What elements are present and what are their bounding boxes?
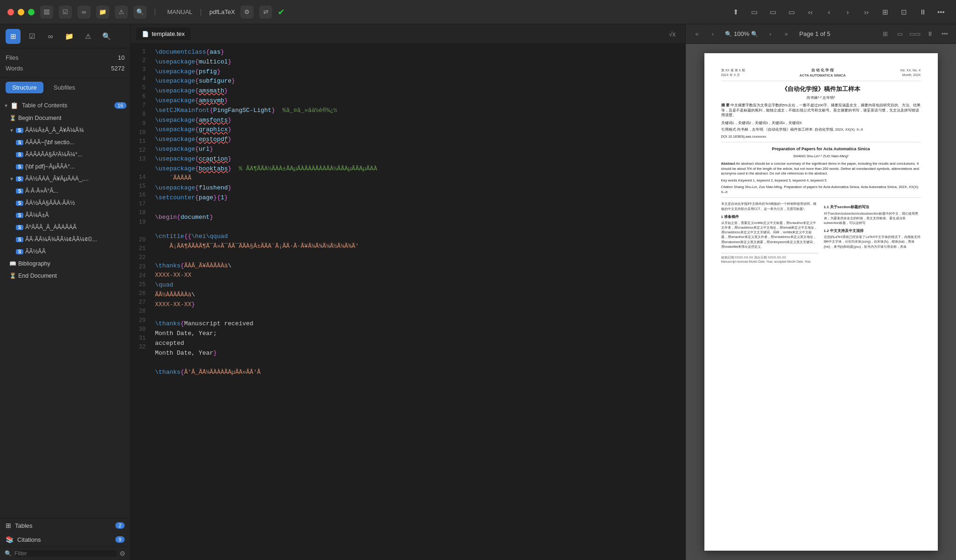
code-line	[155, 358, 680, 368]
editor-area: 📄 template.tex √x 12345678910 1112131415…	[131, 24, 685, 560]
compile-success-icon: ✔	[278, 7, 285, 17]
expand-icon: ▼	[9, 128, 14, 133]
code-content[interactable]: \documentclass{aas} \usepackage{multicol…	[149, 44, 685, 560]
pause-button[interactable]: ⏸	[915, 5, 930, 20]
grid-view-button[interactable]: ⊞	[879, 28, 892, 41]
sidebar-item-sub-2-1[interactable]: S Â·Â·Â»Â°Ã...	[0, 185, 130, 197]
layout-btn-1[interactable]: ▭	[747, 5, 762, 20]
tab-template-tex[interactable]: 📄 template.tex	[136, 28, 190, 40]
nav-back-button[interactable]: ‹‹	[803, 5, 818, 20]
warning-icon[interactable]: ⚠	[80, 29, 95, 44]
pause-btn[interactable]: ⏸	[923, 28, 936, 41]
code-line: \usepackage{amsfonts}	[155, 116, 680, 126]
code-line: \thanks{ÃÀÃ_Ã¥ÃÀÃÀÀà\	[155, 261, 680, 271]
code-line: \usepackage{psfig}	[155, 67, 680, 77]
nav-fwd-button[interactable]: ››	[859, 5, 874, 20]
pdf-preview[interactable]: 第 XX 卷 第 X 期 202X 年 X 月 自 动 化 学 报 ACTA A…	[686, 44, 956, 560]
sidebar-item-section-2[interactable]: ▼ S ÃÄ½ÃÀÀ_Ã¥ÂµÃÀÀ_,...	[0, 173, 130, 185]
sync-button[interactable]: ⇄	[259, 6, 272, 19]
sidebar-item-end-document[interactable]: ⏳ End Document	[0, 270, 130, 282]
citations-label: Citations	[17, 536, 41, 543]
titlebar: ☑ ∞ 📁 ⚠ 🔍 | MANUAL | pdfLaTeX ⚙ ⇄ ✔ ⬆ ▭ …	[0, 0, 956, 24]
next-button[interactable]: ›	[764, 28, 777, 41]
grid-button[interactable]: ⊞	[878, 5, 893, 20]
toc-label: Table of Contents	[22, 102, 67, 109]
sidebar-item-sub-2-3[interactable]: S ÃÃ¼Â±Ã	[0, 209, 130, 221]
tab-structure[interactable]: Structure	[6, 82, 43, 93]
settings-button[interactable]: ⚙	[240, 6, 253, 19]
sidebar-item-subsection-1[interactable]: S ÀÃÀÃ~{\bf sectio...	[0, 136, 130, 148]
sidebar-item-sub-2-4[interactable]: S ÂºÂÃÂ_Â_ÀÃÀÃÀÃ	[0, 221, 130, 233]
tables-label: Tables	[15, 522, 33, 529]
formula-button[interactable]: √x	[665, 27, 680, 42]
sidebar-item-section-1[interactable]: ▼ S ÃÄ¼Â±Â_Â_Ã¥Â¼Ã¾	[0, 124, 130, 136]
layout-btn-3[interactable]: ▭	[784, 5, 799, 20]
tables-badge: 2	[115, 522, 125, 529]
checkbox-icon[interactable]: ☑	[24, 29, 39, 44]
sidebar-citations[interactable]: 📚 Citations 9	[0, 532, 130, 546]
code-line: ´ÃÀÃÀÃ	[155, 174, 680, 183]
code-line	[155, 310, 680, 320]
nav-next-button[interactable]: ›	[840, 5, 855, 20]
structure-icon[interactable]: ⊞	[6, 29, 21, 44]
two-page-button[interactable]: ▭▭	[908, 28, 921, 41]
warning-button[interactable]: ⚠	[115, 6, 128, 19]
pdf-page: 第 XX 卷 第 X 期 202X 年 X 月 自 动 化 学 报 ACTA A…	[704, 53, 938, 551]
sidebar-item-sub-2-5[interactable]: S ÃÃ·ÃÃ¼Â¾ÃÃ¼¢ÃÃ¼¢©...	[0, 233, 130, 245]
checkbox-button[interactable]: ☑	[59, 6, 72, 19]
sidebar-tables[interactable]: ⊞ Tables 2	[0, 518, 130, 532]
section-2-label: ÃÄ½ÃÀÀ_Ã¥ÂµÃÀÀ_,...	[25, 175, 127, 182]
sidebar-item-bibliography[interactable]: 📖 Bibliography	[0, 258, 130, 270]
s-badge-6: S	[16, 189, 23, 194]
sidebar-item-sub-2-6[interactable]: S ÃÃ½ÂÂ	[0, 245, 130, 258]
code-line: \setCJKmainfont{PingFangSC-Light} %ã_¤ã_…	[155, 106, 680, 116]
filter-settings-icon[interactable]: ⚙	[120, 550, 126, 557]
prev-button[interactable]: ‹	[706, 28, 719, 41]
search-button[interactable]: 🔍	[134, 6, 147, 19]
code-line: \thanks{Manuscript received	[155, 319, 680, 329]
view-split-button[interactable]: ⊡	[896, 5, 911, 20]
toc-badge: 16	[114, 102, 127, 109]
loop-icon[interactable]: ∞	[43, 29, 58, 44]
filter-input[interactable]	[14, 550, 117, 557]
folder-icon[interactable]: 📁	[62, 29, 77, 44]
close-button[interactable]	[7, 9, 14, 15]
hourglass-icon-2: ⏳	[9, 273, 16, 279]
maximize-button[interactable]	[28, 9, 35, 15]
sidebar-item-sub-2-2[interactable]: S ÃÄ½ÃÀ§ÃÂÀ·ÃÄ½	[0, 197, 130, 209]
pdf-header-center: 自 动 化 学 报 ACTA AUTOMATICA SINICA	[800, 68, 846, 78]
sidebar-item-subsection-2[interactable]: S ÃÀÃÀÃÀ§Â²Â¼Ã¼°...	[0, 148, 130, 161]
folder-button[interactable]: 📁	[96, 6, 109, 19]
infinity-button[interactable]: ∞	[77, 6, 91, 19]
single-page-button[interactable]: ▭	[893, 28, 907, 41]
svg-rect-0	[44, 10, 49, 11]
sidebar-toggle-button[interactable]	[40, 6, 53, 19]
search-icon[interactable]: 🔍	[99, 29, 114, 44]
code-line: \usepackage{amsmath}	[155, 86, 680, 96]
abstract-text-zh: 中文摘要字数应为文章总字数的5%左右，一般不超过200字。摘要应涵盖全文，摘要内…	[721, 103, 921, 117]
toc-section[interactable]: ▼ 📋 Table of Contents 16	[0, 99, 130, 112]
sidebar-item-subsection-3[interactable]: S {\bf pdf}~ÂµÃÃÀ°...	[0, 161, 130, 173]
pdf-body: 本文是自动化学报3中文稿件的TeX模板的一个样例和使用说明。模板的中文支持部分采…	[721, 202, 921, 264]
more-options-button[interactable]: •••	[938, 28, 951, 41]
sidebar-item-begin-document[interactable]: ⏳ Begin Document	[0, 112, 130, 124]
words-stat: Words 5272	[6, 63, 125, 74]
code-line: \usepackage{flushend}	[155, 183, 680, 193]
bibliography-label: Bibliography	[18, 260, 127, 267]
tab-subfiles[interactable]: Subfiles	[47, 82, 82, 93]
code-line: \documentclass{aas}	[155, 48, 680, 57]
sidebar-content: ▼ 📋 Table of Contents 16 ⏳ Begin Documen…	[0, 97, 130, 518]
share-button[interactable]: ⬆	[728, 5, 743, 20]
more-button[interactable]: •••	[934, 5, 949, 20]
code-line	[155, 252, 680, 261]
sidebar-tabs: Structure Subfiles	[0, 78, 130, 97]
next-next-button[interactable]: »	[780, 28, 793, 41]
svg-rect-1	[44, 12, 49, 13]
minimize-button[interactable]	[18, 9, 24, 15]
layout-btn-2[interactable]: ▭	[766, 5, 780, 20]
subsection-1-label: ÀÃÀÃ~{\bf sectio...	[25, 139, 127, 146]
prev-prev-button[interactable]: «	[690, 28, 703, 41]
nav-prev-button[interactable]: ‹	[822, 5, 836, 20]
table-icon: ⊞	[6, 522, 11, 529]
files-count: 10	[118, 54, 125, 61]
